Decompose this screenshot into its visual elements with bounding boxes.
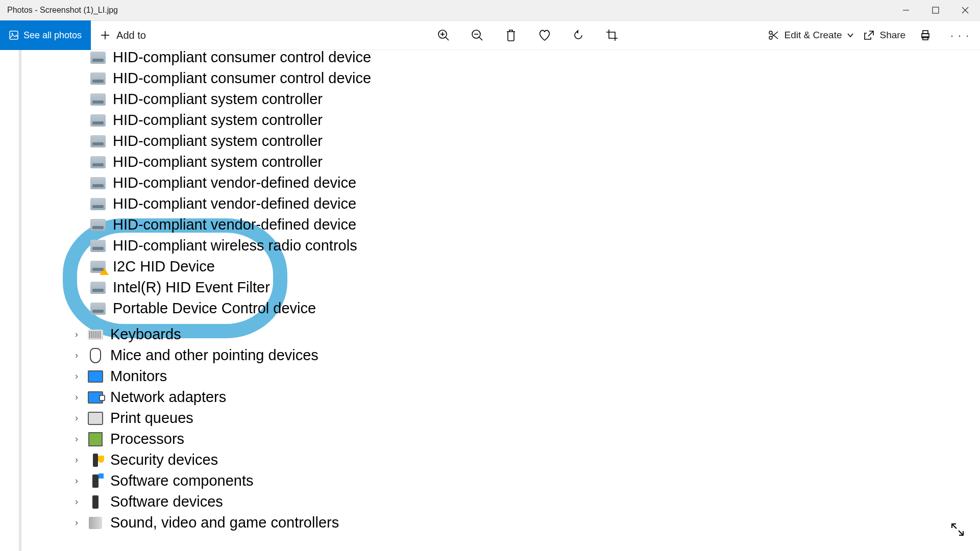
close-button[interactable] xyxy=(950,0,980,20)
category-label: Monitors xyxy=(110,368,167,385)
device-label: HID-compliant system controller xyxy=(113,152,323,172)
category-row: ›Monitors xyxy=(72,366,339,387)
category-label: Software devices xyxy=(110,493,223,510)
expand-icon: › xyxy=(72,392,81,403)
device-label: HID-compliant vendor-defined device xyxy=(113,214,356,235)
category-label: Network adapters xyxy=(110,389,226,406)
expand-icon: › xyxy=(72,329,81,340)
list-item: Intel(R) HID Event Filter xyxy=(90,277,371,298)
list-item: HID-compliant consumer control device xyxy=(90,47,371,68)
close-icon xyxy=(962,7,969,14)
titlebar: Photos - Screenshot (1)_LI.jpg xyxy=(0,0,980,21)
category-row: ›Software components xyxy=(72,470,339,491)
see-all-photos-label: See all photos xyxy=(23,30,82,41)
category-label: Security devices xyxy=(110,452,218,468)
list-item: HID-compliant system controller xyxy=(90,89,371,110)
expand-icon: › xyxy=(72,371,81,382)
list-item: HID-compliant system controller xyxy=(90,152,371,172)
device-icon xyxy=(90,93,106,106)
software-device-icon xyxy=(88,495,103,509)
heart-icon xyxy=(537,29,552,42)
category-row: ›Processors xyxy=(72,429,339,449)
svg-rect-20 xyxy=(923,31,928,34)
favorite-button[interactable] xyxy=(534,24,555,46)
fullscreen-button[interactable] xyxy=(947,519,968,540)
device-label: HID-compliant vendor-defined device xyxy=(113,172,356,193)
device-icon xyxy=(90,303,106,315)
device-icon xyxy=(90,52,106,64)
edit-create-label: Edit & Create xyxy=(784,30,842,41)
device-label: Intel(R) HID Event Filter xyxy=(113,277,270,298)
more-button[interactable]: · · · xyxy=(945,30,975,41)
category-row: ›Mice and other pointing devices xyxy=(72,345,339,366)
category-row: ›Network adapters xyxy=(72,387,339,408)
category-list: ›Keyboards ›Mice and other pointing devi… xyxy=(72,324,339,533)
left-border xyxy=(19,50,21,551)
photo-viewport[interactable]: HID-compliant consumer control device HI… xyxy=(0,50,980,551)
window-title: Photos - Screenshot (1)_LI.jpg xyxy=(7,6,118,15)
category-row: ›Security devices xyxy=(72,449,339,470)
device-icon xyxy=(90,72,106,85)
list-item: HID-compliant system controller xyxy=(90,110,371,131)
expand-icon: › xyxy=(72,413,81,423)
category-row: ›Sound, video and game controllers xyxy=(72,512,339,533)
list-item: HID-compliant system controller xyxy=(90,131,371,152)
gallery-icon xyxy=(9,31,18,40)
see-all-photos-button[interactable]: See all photos xyxy=(0,20,91,50)
scissors-icon xyxy=(768,30,779,41)
rotate-button[interactable] xyxy=(568,24,589,46)
delete-button[interactable] xyxy=(500,24,522,46)
category-row: ›Print queues xyxy=(72,408,339,429)
list-item: Portable Device Control device xyxy=(90,298,371,319)
rotate-icon xyxy=(572,29,585,42)
expand-arrows-icon xyxy=(950,522,965,537)
svg-line-9 xyxy=(446,37,449,40)
crop-button[interactable] xyxy=(601,24,623,46)
share-button[interactable]: Share xyxy=(863,30,905,41)
edit-create-button[interactable]: Edit & Create xyxy=(768,30,854,41)
device-label: HID-compliant consumer control device xyxy=(113,68,371,89)
device-icon xyxy=(90,177,106,189)
expand-icon: › xyxy=(72,455,81,465)
maximize-button[interactable] xyxy=(921,0,950,20)
device-label: HID-compliant system controller xyxy=(113,89,323,110)
add-to-label: Add to xyxy=(116,30,146,41)
zoom-out-icon xyxy=(471,29,484,42)
category-label: Processors xyxy=(110,431,184,447)
print-icon xyxy=(919,29,932,41)
add-to-button[interactable]: Add to xyxy=(91,30,155,41)
toolbar: See all photos Add to Edit & Create xyxy=(0,21,980,50)
maximize-icon xyxy=(932,7,939,14)
ellipsis-icon: · · · xyxy=(950,30,970,41)
share-icon xyxy=(863,30,874,41)
expand-icon: › xyxy=(72,496,81,507)
category-label: Software components xyxy=(110,472,253,489)
category-label: Keyboards xyxy=(110,326,181,343)
plus-icon xyxy=(100,30,110,40)
device-icon xyxy=(90,198,106,210)
expand-icon: › xyxy=(72,350,81,361)
device-icon xyxy=(90,114,106,127)
network-icon xyxy=(88,391,103,404)
category-label: Sound, video and game controllers xyxy=(110,514,339,531)
svg-rect-21 xyxy=(923,37,928,40)
print-button[interactable] xyxy=(915,24,936,46)
minimize-button[interactable] xyxy=(891,0,921,20)
monitor-icon xyxy=(88,370,103,383)
share-label: Share xyxy=(879,30,905,41)
device-label: HID-compliant system controller xyxy=(113,110,323,131)
device-icon xyxy=(90,135,106,147)
processor-icon xyxy=(88,433,103,446)
zoom-in-button[interactable] xyxy=(433,24,454,46)
expand-icon: › xyxy=(72,475,81,486)
device-icon xyxy=(90,156,106,168)
list-item: HID-compliant vendor-defined device xyxy=(90,193,371,214)
keyboard-icon xyxy=(88,328,103,341)
printer-icon xyxy=(88,412,103,425)
hid-device-list: HID-compliant consumer control device HI… xyxy=(90,47,371,319)
list-item: I2C HID Device xyxy=(90,256,371,277)
device-label: HID-compliant wireless radio controls xyxy=(113,235,357,256)
zoom-out-button[interactable] xyxy=(467,24,488,46)
svg-rect-1 xyxy=(933,7,939,13)
list-item: HID-compliant wireless radio controls xyxy=(90,235,371,256)
